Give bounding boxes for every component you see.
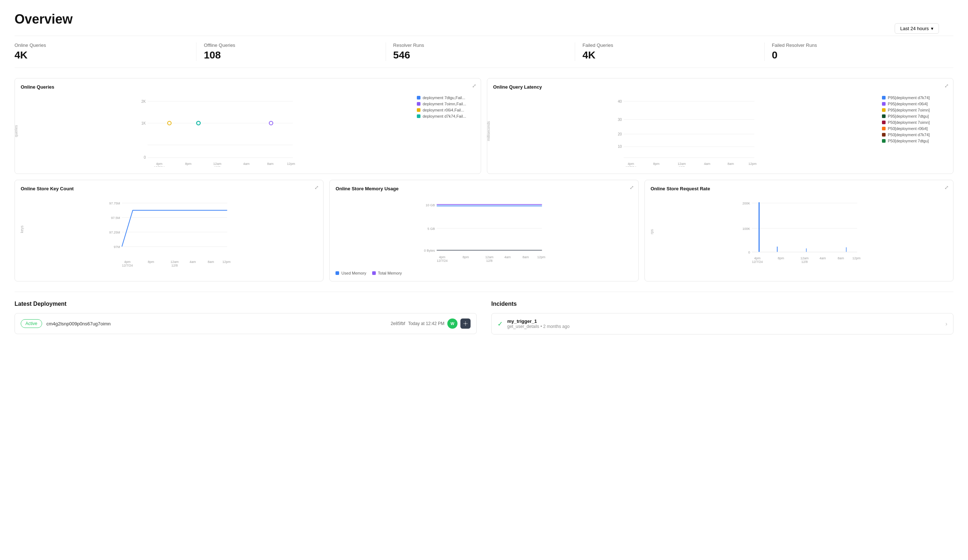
chart-title: Online Store Request Rate bbox=[651, 186, 947, 191]
svg-text:12/7/24: 12/7/24 bbox=[752, 260, 762, 263]
deployment-time: Today at 12:42 PM bbox=[408, 321, 444, 326]
stat-label: Resolver Runs bbox=[393, 43, 567, 48]
memory-usage-chart: Online Store Memory Usage ⤢ 10 GB 5 GB 0… bbox=[329, 180, 638, 282]
time-filter-label: Last 24 hours bbox=[900, 26, 929, 31]
svg-text:12pm: 12pm bbox=[852, 257, 860, 260]
deployment-row: Active cm4g2lsnp009p0ns67ug7oimn 2e85fbf… bbox=[15, 313, 477, 334]
svg-text:4am: 4am bbox=[189, 260, 196, 263]
chart-title: Online Store Memory Usage bbox=[335, 186, 632, 191]
y-axis-label: milliseconds bbox=[487, 121, 491, 141]
svg-text:12am: 12am bbox=[170, 260, 179, 263]
active-badge: Active bbox=[21, 319, 42, 328]
expand-icon[interactable]: ⤢ bbox=[945, 83, 949, 89]
svg-text:12am: 12am bbox=[800, 257, 809, 260]
svg-text:12/8: 12/8 bbox=[801, 260, 808, 263]
svg-text:4pm: 4pm bbox=[439, 255, 446, 259]
svg-text:20: 20 bbox=[618, 132, 622, 136]
svg-text:12am: 12am bbox=[678, 162, 686, 166]
deploy-icon bbox=[461, 318, 471, 329]
chart-legend: P95[deployment d7k74] P95[deployment r06… bbox=[882, 94, 947, 168]
svg-text:12/8: 12/8 bbox=[171, 263, 178, 267]
stats-row: Online Queries 4K Offline Queries 108 Re… bbox=[15, 36, 953, 68]
svg-text:12/8: 12/8 bbox=[679, 166, 685, 167]
y-axis-label: rps bbox=[650, 229, 654, 234]
svg-text:8am: 8am bbox=[838, 257, 844, 260]
svg-text:8pm: 8pm bbox=[462, 255, 469, 259]
svg-text:0 Bytes: 0 Bytes bbox=[424, 249, 435, 252]
svg-text:12pm: 12pm bbox=[537, 255, 546, 259]
expand-icon[interactable]: ⤢ bbox=[630, 184, 634, 190]
svg-text:200K: 200K bbox=[742, 202, 750, 205]
stat-label: Failed Resolver Runs bbox=[772, 43, 946, 48]
bottom-charts-grid: Online Store Key Count ⤢ keys 97.75M 97.… bbox=[15, 180, 953, 282]
svg-text:8am: 8am bbox=[267, 162, 274, 166]
stat-item: Failed Queries 4K bbox=[575, 43, 764, 61]
svg-text:4am: 4am bbox=[504, 255, 511, 259]
expand-icon[interactable]: ⤢ bbox=[472, 83, 476, 89]
svg-text:0: 0 bbox=[748, 250, 750, 254]
bottom-section: Latest Deployment Active cm4g2lsnp009p0n… bbox=[15, 292, 953, 335]
svg-text:1K: 1K bbox=[141, 121, 146, 125]
svg-text:12pm: 12pm bbox=[287, 162, 295, 166]
stat-label: Failed Queries bbox=[582, 43, 757, 48]
svg-text:12am: 12am bbox=[486, 255, 494, 259]
svg-text:4pm: 4pm bbox=[124, 260, 131, 263]
svg-text:5 GB: 5 GB bbox=[428, 227, 435, 230]
svg-text:12/7/24: 12/7/24 bbox=[625, 166, 636, 167]
chart-legend: deployment 7dtgu,Fail... deployment 7oim… bbox=[417, 94, 475, 168]
chart-title: Online Store Key Count bbox=[21, 186, 317, 191]
stat-value: 0 bbox=[772, 50, 946, 61]
expand-icon[interactable]: ⤢ bbox=[315, 184, 319, 190]
svg-text:12pm: 12pm bbox=[748, 162, 757, 166]
stat-item: Online Queries 4K bbox=[15, 43, 196, 61]
chart-title: Online Queries bbox=[21, 84, 475, 90]
svg-text:4pm: 4pm bbox=[628, 162, 634, 166]
expand-icon[interactable]: ⤢ bbox=[945, 184, 949, 190]
incident-row[interactable]: ✓ my_trigger_1 get_user_details • 2 mont… bbox=[491, 313, 953, 335]
svg-text:4am: 4am bbox=[243, 162, 250, 166]
svg-point-87 bbox=[465, 323, 466, 324]
svg-text:12/7/24: 12/7/24 bbox=[154, 166, 164, 167]
svg-text:0: 0 bbox=[144, 156, 146, 159]
deployment-id: cm4g2lsnp009p0ns67ug7oimn bbox=[46, 321, 386, 326]
svg-text:12am: 12am bbox=[213, 162, 222, 166]
chevron-right-icon: › bbox=[945, 321, 947, 327]
avatar: W bbox=[448, 318, 457, 329]
svg-text:12/7/24: 12/7/24 bbox=[437, 259, 448, 263]
stat-value: 4K bbox=[582, 50, 757, 61]
stat-item: Offline Queries 108 bbox=[196, 43, 386, 61]
svg-text:100K: 100K bbox=[742, 227, 750, 230]
incidents-section-title: Incidents bbox=[491, 301, 953, 307]
deployment-meta: 2e85fbf Today at 12:42 PM W bbox=[391, 318, 471, 329]
stat-label: Offline Queries bbox=[204, 43, 378, 48]
page-title: Overview bbox=[15, 12, 953, 27]
incident-sub: get_user_details • 2 months ago bbox=[507, 324, 941, 329]
stat-item: Resolver Runs 546 bbox=[386, 43, 575, 61]
svg-text:12/7/24: 12/7/24 bbox=[122, 263, 133, 267]
time-filter-button[interactable]: Last 24 hours ▾ bbox=[895, 23, 939, 34]
incident-info: my_trigger_1 get_user_details • 2 months… bbox=[507, 318, 941, 329]
svg-text:8pm: 8pm bbox=[653, 162, 660, 166]
svg-text:8pm: 8pm bbox=[148, 260, 154, 263]
svg-text:97.25M: 97.25M bbox=[109, 230, 120, 234]
svg-text:4am: 4am bbox=[704, 162, 711, 166]
commit-hash: 2e85fbf bbox=[391, 321, 405, 326]
chart-title: Online Query Latency bbox=[493, 84, 947, 90]
request-rate-chart: Online Store Request Rate ⤢ rps 200K 100… bbox=[645, 180, 953, 282]
chevron-down-icon: ▾ bbox=[931, 26, 933, 31]
svg-text:97.75M: 97.75M bbox=[109, 202, 120, 205]
svg-text:8am: 8am bbox=[522, 255, 529, 259]
y-axis-label: queries bbox=[14, 125, 18, 137]
svg-text:10 GB: 10 GB bbox=[426, 203, 435, 207]
svg-text:8am: 8am bbox=[728, 162, 734, 166]
svg-text:30: 30 bbox=[618, 118, 622, 122]
check-icon: ✓ bbox=[497, 320, 503, 328]
stat-item: Failed Resolver Runs 0 bbox=[765, 43, 953, 61]
key-count-chart: Online Store Key Count ⤢ keys 97.75M 97.… bbox=[15, 180, 323, 282]
svg-text:12/8: 12/8 bbox=[214, 166, 221, 167]
svg-text:8pm: 8pm bbox=[778, 257, 784, 260]
stat-label: Online Queries bbox=[15, 43, 189, 48]
y-axis-label: keys bbox=[20, 225, 24, 233]
svg-text:4pm: 4pm bbox=[156, 162, 162, 166]
svg-text:40: 40 bbox=[618, 99, 622, 103]
